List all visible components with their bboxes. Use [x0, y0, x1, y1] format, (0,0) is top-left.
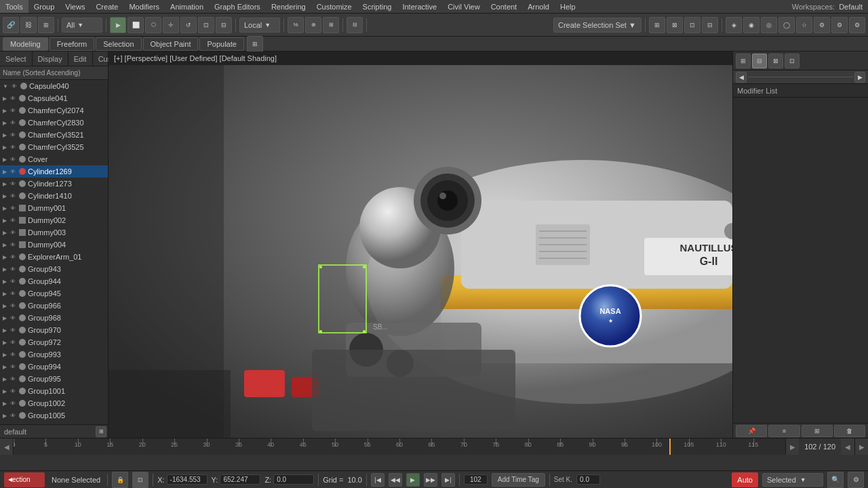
scene-item-9[interactable]: ▶👁Cylinder1410	[0, 190, 108, 202]
tab-freeform[interactable]: Freeform	[50, 37, 95, 51]
rpanel-tab-4[interactable]: ⊡	[785, 54, 800, 68]
y-value[interactable]: 652.247	[220, 474, 260, 485]
scene-item-12[interactable]: ▶👁Dummy003	[0, 226, 108, 239]
toolbar-extra-1[interactable]: ⊞	[649, 17, 665, 33]
select-region-btn[interactable]: ⬜	[127, 17, 144, 33]
snap-btn[interactable]: ⊕	[305, 17, 321, 33]
scene-item-2[interactable]: ▶👁ChamferCyl2074	[0, 104, 108, 117]
layer-icon[interactable]: ⊞	[96, 426, 106, 437]
scene-item-6[interactable]: ▶👁Cover	[0, 153, 108, 165]
menu-create[interactable]: Create	[90, 0, 123, 13]
toolbar-extra-9[interactable]: ☆	[796, 17, 812, 33]
toolbar-extra-6[interactable]: ◉	[743, 17, 760, 33]
menu-views[interactable]: Views	[60, 0, 90, 13]
viewport-content[interactable]: NASA ★ NAUTILLUS G-II PROPELLER UNIT	[108, 65, 732, 438]
menu-help[interactable]: Help	[555, 0, 581, 13]
scale-btn[interactable]: ⊡	[198, 17, 214, 33]
toolbar-extra-11[interactable]: ⚙	[831, 17, 848, 33]
menu-civil-view[interactable]: Civil View	[442, 0, 485, 13]
prev-frame-btn[interactable]: ◀◀	[389, 473, 402, 487]
scene-item-10[interactable]: ▶👁Dummy001	[0, 202, 108, 214]
scene-item-5[interactable]: ▶👁ChamferCyl3525	[0, 141, 108, 153]
scene-item-0[interactable]: ▼👁Capsule040	[0, 80, 108, 92]
auto-key-button[interactable]: Auto	[732, 472, 758, 487]
lpanel-tab-display[interactable]: Display	[33, 52, 68, 66]
select-btn[interactable]: ▶	[110, 17, 126, 33]
lock-icon[interactable]: 🔒	[112, 472, 128, 488]
menu-graph-editors[interactable]: Graph Editors	[209, 0, 266, 13]
rpanel-left-btn[interactable]: ◀	[736, 72, 747, 83]
toolbar-extra-10[interactable]: ⚙	[814, 17, 830, 33]
tab-extra[interactable]: ⊞	[247, 36, 263, 52]
menu-animation[interactable]: Animation	[165, 0, 209, 13]
toolbar-extra-4[interactable]: ⊟	[702, 17, 718, 33]
z-value[interactable]: 0.0	[273, 474, 314, 485]
filter-icon[interactable]: ⊡	[132, 472, 149, 488]
scene-item-18[interactable]: ▶👁Group966	[0, 300, 108, 312]
selection-set-dropdown[interactable]: Create Selection Set ▼	[553, 18, 642, 33]
timeline-nav-right[interactable]: ▶	[785, 439, 799, 455]
toolbar-extra-3[interactable]: ⊡	[684, 17, 701, 33]
menu-arnold[interactable]: Arnold	[522, 0, 555, 13]
scene-item-3[interactable]: ▶👁ChamferCyl2830	[0, 117, 108, 129]
align-btn[interactable]: ⊟	[347, 17, 363, 33]
menu-content[interactable]: Content	[486, 0, 523, 13]
scene-item-27[interactable]: ▶👁Group1005	[0, 409, 108, 422]
modifier-grid-btn[interactable]: ⊞	[802, 425, 833, 437]
add-time-tag-button[interactable]: Add Time Tag	[492, 473, 545, 487]
move-btn[interactable]: ✛	[163, 17, 179, 33]
search-icon[interactable]: 🔍	[827, 472, 844, 488]
timeline-next-btn[interactable]: ▶	[854, 439, 868, 455]
percent-btn[interactable]: %	[288, 17, 304, 33]
mirror-btn[interactable]: ⊞	[323, 17, 339, 33]
link-btn[interactable]: 🔗	[3, 17, 19, 33]
scene-item-13[interactable]: ▶👁Dummy004	[0, 239, 108, 251]
scene-item-4[interactable]: ▶👁ChamferCyl3521	[0, 129, 108, 141]
menu-rendering[interactable]: Rendering	[266, 0, 311, 13]
next-frame-btn[interactable]: ▶▶	[424, 473, 437, 487]
menu-tools[interactable]: Tools	[0, 0, 28, 13]
scene-item-22[interactable]: ▶👁Group993	[0, 348, 108, 361]
scene-item-7[interactable]: ▶👁Cylinder1269	[0, 165, 108, 178]
menu-modifiers[interactable]: Modifiers	[123, 0, 165, 13]
play-btn[interactable]: ▶	[406, 473, 420, 487]
toolbar-extra-2[interactable]: ⊠	[667, 17, 683, 33]
transform-dropdown[interactable]: Local ▼	[239, 18, 280, 33]
timeline-ruler[interactable]: 0510152025303540455055606570758085909510…	[14, 439, 785, 455]
rpanel-tab-2[interactable]: ⊟	[752, 54, 767, 68]
scene-item-8[interactable]: ▶👁Cylinder1273	[0, 178, 108, 190]
bind-btn[interactable]: ⊞	[38, 17, 54, 33]
x-value[interactable]: -1634.553	[167, 474, 208, 485]
scene-item-24[interactable]: ▶👁Group995	[0, 373, 108, 385]
toolbar-extra-8[interactable]: ◯	[778, 17, 795, 33]
scene-item-26[interactable]: ▶👁Group1002	[0, 397, 108, 409]
rpanel-right-btn[interactable]: ▶	[854, 72, 865, 83]
unlink-btn[interactable]: ⛓	[20, 17, 37, 33]
frame-input[interactable]: 102	[464, 474, 488, 485]
scene-item-25[interactable]: ▶👁Group1001	[0, 385, 108, 397]
selected-dropdown[interactable]: Selected ▼	[762, 473, 823, 487]
rpanel-tab-3[interactable]: ⊠	[768, 54, 783, 68]
scene-item-1[interactable]: ▶👁Capsule041	[0, 92, 108, 104]
menu-scripting[interactable]: Scripting	[357, 0, 397, 13]
menu-interactive[interactable]: Interactive	[397, 0, 442, 13]
scene-item-17[interactable]: ▶👁Group945	[0, 287, 108, 300]
tab-object-paint[interactable]: Object Paint	[143, 37, 199, 51]
scene-item-14[interactable]: ▶👁ExplorerArm_01	[0, 251, 108, 263]
scene-item-16[interactable]: ▶👁Group944	[0, 275, 108, 287]
frame-indicator[interactable]	[669, 439, 671, 455]
modifier-delete-btn[interactable]: 🗑	[834, 425, 865, 437]
lpanel-tab-select[interactable]: Select	[0, 52, 33, 66]
lpanel-tab-edit[interactable]: Edit	[68, 52, 93, 66]
tab-modeling[interactable]: Modeling	[3, 37, 48, 51]
scene-item-19[interactable]: ▶👁Group968	[0, 312, 108, 324]
scene-list[interactable]: ▼👁Capsule040▶👁Capsule041▶👁ChamferCyl2074…	[0, 80, 108, 424]
scene-item-21[interactable]: ▶👁Group972	[0, 336, 108, 348]
timeline-prev-btn[interactable]: ◀	[841, 439, 854, 455]
menu-customize[interactable]: Customize	[311, 0, 357, 13]
scale2-btn[interactable]: ⊟	[216, 17, 232, 33]
timeline-nav-left[interactable]: ◀	[0, 439, 14, 455]
scene-item-15[interactable]: ▶👁Group943	[0, 263, 108, 275]
rotate-btn[interactable]: ↺	[180, 17, 197, 33]
toolbar-extra-7[interactable]: ◎	[761, 17, 777, 33]
